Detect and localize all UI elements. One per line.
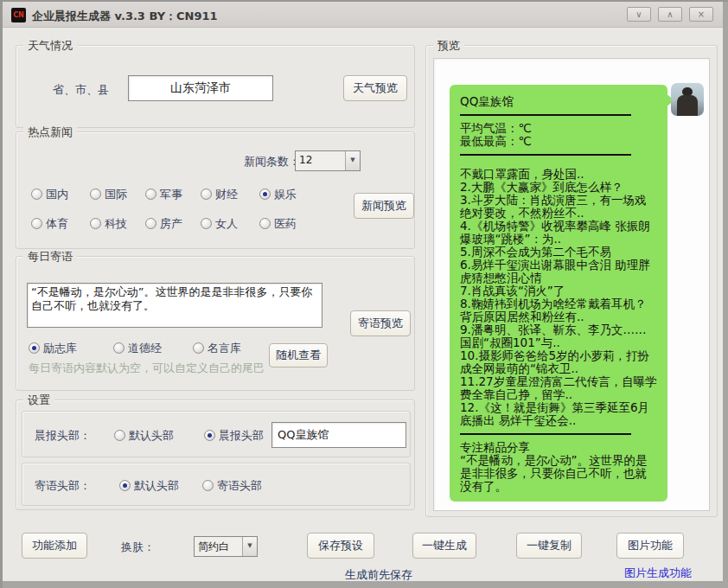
- daily-message-hint: 每日寄语内容默认为空，可以自定义自己的尾巴: [29, 361, 265, 376]
- weather-group: 天气情况 省、市、县 天气预览: [16, 45, 415, 128]
- category-radio-military[interactable]: 军事: [145, 187, 182, 202]
- category-radio-domestic[interactable]: 国内: [31, 187, 68, 202]
- save-preset-button[interactable]: 保存预设: [307, 533, 374, 559]
- daily-message-textarea[interactable]: “不是幡动，是尔心动”。这世界的是是非非很多，只要你自己不听，也就没有了。: [27, 283, 322, 328]
- morning-header-input[interactable]: [271, 422, 406, 448]
- option-label: 默认头部: [129, 429, 174, 442]
- morning-header-default-radio[interactable]: 默认头部: [114, 428, 174, 444]
- random-view-button[interactable]: 随机查看: [269, 343, 328, 368]
- category-radio-international[interactable]: 国际: [90, 187, 127, 202]
- message-header-custom-radio[interactable]: 寄语头部: [202, 478, 262, 494]
- option-label: 寄语头部: [217, 479, 262, 492]
- source-radio-quotes[interactable]: 名言库: [193, 341, 241, 356]
- news-preview-button[interactable]: 新闻预览: [354, 193, 414, 219]
- source-label: 道德经: [128, 342, 162, 355]
- region-input[interactable]: [128, 75, 273, 101]
- category-label: 军事: [160, 188, 182, 201]
- bubble-footer-text: “不是幡动，是尔心动”。这世界的是是非非很多，只要你自己不听，也就没有了。: [460, 454, 657, 493]
- image-function-button[interactable]: 图片功能: [616, 533, 684, 559]
- bubble-title: QQ皇族馆: [460, 95, 657, 108]
- category-radio-medicine[interactable]: 医药: [259, 216, 297, 232]
- preview-group-title: 预览: [433, 38, 464, 54]
- skin-label: 换肤：: [121, 540, 155, 555]
- news-line: 10.摄影师爸爸给5岁的小萝莉，打扮成全网最萌的“锦衣卫..: [460, 349, 657, 375]
- source-radio-daodejing[interactable]: 道德经: [113, 341, 162, 356]
- radio-icon: [145, 218, 156, 229]
- title-bar: CN 企业晨报生成器 v.3.3 BY：CN911 ∨ ∧ ×: [3, 2, 723, 28]
- source-label: 名言库: [208, 342, 241, 355]
- chevron-down-icon[interactable]: ▼: [345, 151, 360, 170]
- preview-group: 预览 QQ皇族馆 平均气温：℃最低最高：℃ 不戴口罩露面，身处国..2.大鹏《大…: [425, 45, 718, 517]
- radio-checked-icon: [259, 189, 271, 200]
- one-click-copy-button[interactable]: 一键复制: [516, 533, 582, 559]
- source-radio-motivational[interactable]: 励志库: [29, 341, 77, 356]
- daily-message-group: 每日寄语 “不是幡动，是尔心动”。这世界的是是非非很多，只要你自己不听，也就没有…: [16, 256, 415, 391]
- news-line: 7.肖战真该“消火”了: [460, 284, 657, 297]
- daily-message-group-title: 每日寄语: [23, 249, 77, 265]
- category-radio-realestate[interactable]: 房产: [145, 216, 182, 232]
- settings-group: 设置 晨报头部： 默认头部 晨报头部 寄语头部： 默认头部 寄语头部: [16, 399, 415, 510]
- category-radio-sports[interactable]: 体育: [31, 216, 68, 232]
- radio-icon: [114, 430, 125, 441]
- option-label: 默认头部: [134, 479, 179, 492]
- category-radio-entertainment[interactable]: 娱乐: [259, 187, 297, 202]
- morning-header-row: 晨报头部： 默认头部 晨报头部: [22, 411, 411, 457]
- category-label: 娱乐: [274, 188, 297, 201]
- message-header-label: 寄语头部：: [35, 478, 91, 494]
- radio-icon: [113, 342, 125, 354]
- message-header-row: 寄语头部： 默认头部 寄语头部: [22, 463, 411, 506]
- news-line: 11.27岁童星澄清富二代传言，自曝学费全靠自己挣，留学..: [460, 375, 657, 401]
- news-line: 不戴口罩露面，身处国..: [460, 168, 657, 181]
- category-radio-finance[interactable]: 财经: [201, 187, 238, 202]
- radio-icon: [202, 480, 214, 491]
- morning-header-custom-radio[interactable]: 晨报头部: [204, 428, 264, 444]
- category-label: 医药: [274, 217, 297, 230]
- app-logo-icon: CN: [11, 8, 26, 22]
- radio-icon: [193, 342, 204, 354]
- message-preview-button[interactable]: 寄语预览: [350, 310, 411, 336]
- category-radio-women[interactable]: 女人: [201, 216, 238, 232]
- news-line: 2.大鹏《大赢家》到底怎么样？: [460, 181, 657, 194]
- news-count-label: 新闻条数：: [244, 154, 300, 169]
- news-line: 8.鞠婧祎到机场为啥经常戴着耳机？背后原因居然和粉丝有..: [460, 297, 657, 323]
- weather-preview-button[interactable]: 天气预览: [343, 75, 407, 101]
- divider: [460, 433, 631, 435]
- chevron-down-icon[interactable]: ▼: [242, 537, 257, 556]
- radio-checked-icon: [119, 480, 131, 491]
- category-label: 女人: [215, 217, 238, 230]
- source-label: 励志库: [43, 342, 77, 355]
- news-line: 3.斗罗大陆：肖战演唐三，有一场戏绝对要改，不然粉丝不..: [460, 194, 657, 220]
- radio-icon: [259, 218, 271, 229]
- divider: [460, 154, 631, 156]
- add-function-button[interactable]: 功能添加: [22, 533, 87, 559]
- radio-checked-icon: [29, 342, 40, 354]
- one-click-generate-button[interactable]: 一键生成: [412, 533, 476, 559]
- news-count-select[interactable]: 12 ▼: [295, 150, 361, 171]
- region-label: 省、市、县: [53, 82, 109, 98]
- category-label: 财经: [215, 188, 238, 201]
- save-first-note: 生成前先保存: [345, 567, 412, 583]
- category-label: 房产: [160, 217, 182, 230]
- minimize-button[interactable]: ∨: [627, 7, 651, 22]
- news-line: 9.潘粤明、张译、靳东、李乃文……国剧“叔圈101”与..: [460, 323, 657, 349]
- message-header-default-radio[interactable]: 默认头部: [119, 478, 179, 494]
- skin-value: 简约白: [195, 537, 242, 556]
- news-group-title: 热点新闻: [23, 125, 77, 140]
- radio-icon: [201, 218, 212, 229]
- category-label: 体育: [46, 217, 68, 230]
- close-button[interactable]: ×: [689, 7, 713, 22]
- radio-icon: [90, 189, 101, 200]
- maximize-button[interactable]: ∧: [658, 7, 682, 22]
- radio-icon: [201, 189, 212, 200]
- radio-icon: [145, 189, 156, 200]
- image-generation-link[interactable]: 图片生成功能: [624, 566, 692, 581]
- category-label: 科技: [105, 217, 127, 230]
- category-label: 国内: [46, 188, 68, 201]
- weather-line: 最低最高：℃: [460, 135, 657, 148]
- settings-group-title: 设置: [23, 393, 54, 408]
- news-line: 12.《这！就是街舞》第三季延至6月底播出 易烊千玺还会..: [460, 401, 657, 427]
- skin-select[interactable]: 简约白 ▼: [194, 536, 258, 557]
- category-radio-tech[interactable]: 科技: [90, 216, 127, 232]
- radio-icon: [31, 189, 42, 200]
- avatar: [671, 83, 704, 116]
